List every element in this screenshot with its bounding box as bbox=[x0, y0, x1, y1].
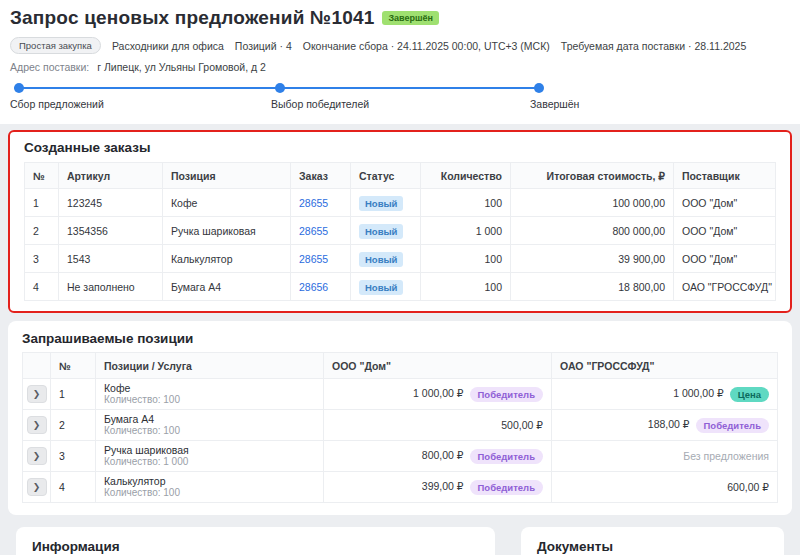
created-orders-title: Созданные заказы bbox=[24, 140, 776, 155]
expand-row-button[interactable]: ❯ bbox=[27, 478, 47, 496]
expand-row-button[interactable]: ❯ bbox=[27, 416, 47, 434]
order-supplier: ООО "Дом" bbox=[674, 189, 776, 217]
address-value: г Липецк, ул Ульяны Громовой, д 2 bbox=[97, 61, 266, 73]
info-section: Информация Закупщик: ООО Закупщик Регион… bbox=[16, 527, 495, 555]
col-num: № bbox=[25, 163, 59, 189]
meta-positions-count: Позиций · 4 bbox=[235, 40, 292, 52]
chevron-right-icon: ❯ bbox=[33, 483, 41, 492]
order-link[interactable]: 28655 bbox=[299, 197, 328, 209]
order-status-badge: Новый bbox=[359, 280, 403, 295]
offer-price: 1 000,00 ₽ bbox=[413, 387, 463, 399]
requested-positions-table: № Позиции / Услуга ООО "Дом" ОАО "ГРОССФ… bbox=[22, 352, 778, 503]
chevron-right-icon: ❯ bbox=[33, 421, 41, 430]
purchase-type-badge: Простая закупка bbox=[10, 37, 101, 54]
step-dot-collection bbox=[14, 83, 24, 93]
step-dot-winners bbox=[275, 83, 285, 93]
order-row: 1 123245 Кофе 28655 Новый 100 100 000,00… bbox=[25, 189, 776, 217]
col-position-name: Позиции / Услуга bbox=[96, 353, 324, 379]
step-label-collection: Сбор предложений bbox=[10, 98, 104, 110]
col-num: № bbox=[51, 353, 96, 379]
step-dot-finished bbox=[534, 83, 544, 93]
header: Запрос ценовых предложений №1041 Завершё… bbox=[0, 0, 800, 124]
offer-price: 800,00 ₽ bbox=[422, 449, 464, 461]
position-name: Бумага А4 bbox=[104, 413, 315, 425]
documents-section: Документы 2025-11-21 12:56:54_n15696.png… bbox=[521, 527, 784, 555]
order-link[interactable]: 28655 bbox=[299, 225, 328, 237]
order-position: Калькулятор bbox=[163, 245, 291, 273]
info-title: Информация bbox=[32, 539, 479, 554]
position-num: 4 bbox=[51, 472, 96, 503]
position-name: Калькулятор bbox=[104, 475, 315, 487]
order-article: 1543 bbox=[59, 245, 163, 273]
order-position: Кофе bbox=[163, 189, 291, 217]
chevron-right-icon: ❯ bbox=[33, 390, 41, 399]
order-qty: 100 bbox=[421, 245, 511, 273]
order-num: 1 bbox=[25, 189, 59, 217]
position-row: ❯ 1 Кофе Количество: 100 1 000,00 ₽Побед… bbox=[23, 379, 778, 410]
offer-badge: Победитель bbox=[470, 387, 543, 402]
order-qty: 100 bbox=[421, 189, 511, 217]
offer-price: Без предложения bbox=[683, 450, 769, 462]
order-supplier: ООО "Дом" bbox=[674, 217, 776, 245]
chevron-right-icon: ❯ bbox=[33, 452, 41, 461]
meta-delivery-date: Требуемая дата поставки · 28.11.2025 bbox=[561, 40, 746, 52]
order-num: 2 bbox=[25, 217, 59, 245]
expand-row-button[interactable]: ❯ bbox=[27, 447, 47, 465]
order-link[interactable]: 28655 bbox=[299, 253, 328, 265]
page-title: Запрос ценовых предложений №1041 bbox=[10, 7, 374, 29]
offer-price: 188,00 ₽ bbox=[648, 418, 690, 430]
col-order: Заказ bbox=[291, 163, 351, 189]
orders-header-row: № Артикул Позиция Заказ Статус Количеств… bbox=[25, 163, 776, 189]
order-position: Бумага А4 bbox=[163, 273, 291, 301]
position-row: ❯ 2 Бумага А4 Количество: 100 500,00 ₽ 1… bbox=[23, 410, 778, 441]
positions-header-row: № Позиции / Услуга ООО "Дом" ОАО "ГРОССФ… bbox=[23, 353, 778, 379]
meta-category: Расходники для офиса bbox=[112, 40, 224, 52]
col-article: Артикул bbox=[59, 163, 163, 189]
col-supplier-dom: ООО "Дом" bbox=[324, 353, 552, 379]
position-num: 1 bbox=[51, 379, 96, 410]
order-article: 1354356 bbox=[59, 217, 163, 245]
status-badge: Завершён bbox=[382, 11, 439, 26]
position-name: Кофе bbox=[104, 382, 315, 394]
requested-positions-section: Запрашиваемые позиции № Позиции / Услуга… bbox=[8, 321, 792, 515]
progress-stepper: Сбор предложений Выбор победителей Завер… bbox=[10, 82, 790, 114]
expand-row-button[interactable]: ❯ bbox=[27, 385, 47, 403]
position-row: ❯ 4 Калькулятор Количество: 100 399,00 ₽… bbox=[23, 472, 778, 503]
order-total: 800 000,00 bbox=[511, 217, 674, 245]
offer-badge: Цена bbox=[730, 387, 769, 402]
offer-badge: Победитель bbox=[470, 449, 543, 464]
position-name: Ручка шариковая bbox=[104, 444, 315, 456]
order-supplier: ООО "Дом" bbox=[674, 245, 776, 273]
delivery-address: Адрес поставки: г Липецк, ул Ульяны Гром… bbox=[10, 61, 790, 73]
order-num: 3 bbox=[25, 245, 59, 273]
col-quantity: Количество bbox=[421, 163, 511, 189]
position-num: 2 bbox=[51, 410, 96, 441]
order-position: Ручка шариковая bbox=[163, 217, 291, 245]
order-supplier: ОАО "ГРОССФУД" bbox=[674, 273, 776, 301]
page: Запрос ценовых предложений №1041 Завершё… bbox=[0, 0, 800, 555]
order-total: 39 900,00 bbox=[511, 245, 674, 273]
order-qty: 1 000 bbox=[421, 217, 511, 245]
offer-badge: Победитель bbox=[696, 418, 769, 433]
col-expand bbox=[23, 353, 51, 379]
step-label-winners: Выбор победителей bbox=[271, 98, 369, 110]
position-qty: Количество: 100 bbox=[104, 487, 315, 499]
offer-badge: Победитель bbox=[470, 480, 543, 495]
created-orders-section: Созданные заказы № Артикул Позиция Заказ… bbox=[8, 130, 792, 313]
meta-row: Простая закупка Расходники для офиса Поз… bbox=[10, 37, 790, 54]
order-num: 4 bbox=[25, 273, 59, 301]
order-article: Не заполнено bbox=[59, 273, 163, 301]
col-total: Итоговая стоимость, ₽ bbox=[511, 163, 674, 189]
order-row: 3 1543 Калькулятор 28655 Новый 100 39 90… bbox=[25, 245, 776, 273]
order-row: 4 Не заполнено Бумага А4 28656 Новый 100… bbox=[25, 273, 776, 301]
offer-price: 600,00 ₽ bbox=[727, 481, 769, 493]
col-supplier-grossfud: ОАО "ГРОССФУД" bbox=[552, 353, 778, 379]
order-qty: 100 bbox=[421, 273, 511, 301]
order-row: 2 1354356 Ручка шариковая 28655 Новый 1 … bbox=[25, 217, 776, 245]
order-status-badge: Новый bbox=[359, 196, 403, 211]
order-total: 18 800,00 bbox=[511, 273, 674, 301]
meta-deadline: Окончание сбора · 24.11.2025 00:00, UTC+… bbox=[303, 40, 550, 52]
order-link[interactable]: 28656 bbox=[299, 281, 328, 293]
order-article: 123245 bbox=[59, 189, 163, 217]
offer-price: 399,00 ₽ bbox=[422, 480, 464, 492]
